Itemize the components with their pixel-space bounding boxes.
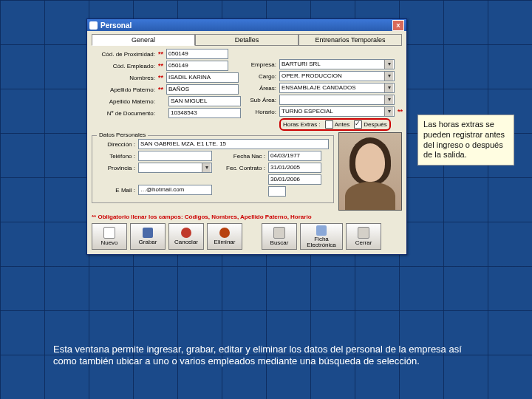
group-datos-personales: Datos Personales Dirección :SAN GABRIEL … — [92, 135, 334, 203]
lbl-cargo: Cargo: — [245, 73, 276, 80]
lbl-ape-mat: Apellido Materno: — [92, 98, 155, 105]
btn-eliminar[interactable]: Eliminar — [207, 223, 242, 250]
search-icon — [273, 227, 285, 239]
cancel-icon — [181, 228, 191, 238]
lbl-doc: Nº de Documento: — [92, 110, 155, 117]
tab-general[interactable]: General — [92, 34, 195, 46]
close-door-icon — [358, 227, 369, 239]
callout-note: Las horas extras se pueden registrar ant… — [417, 115, 514, 166]
req-mark: ** — [158, 74, 163, 81]
btn-grabar[interactable]: Grabar — [130, 223, 166, 250]
fld-fecha-cese[interactable]: 30/01/2006 — [268, 174, 321, 185]
sel-horario[interactable]: TURNO ESPECIAL — [279, 106, 395, 117]
lbl-empresa: Empresa: — [245, 61, 276, 68]
required-note: ** Obligatorio llenar los campos: Código… — [92, 214, 402, 220]
fld-cod-emp[interactable]: 050149 — [166, 61, 228, 71]
lbl-areas: Áreas: — [245, 85, 276, 92]
fld-email[interactable]: …@hotmail.com — [138, 185, 212, 195]
req-mark: ** — [158, 50, 163, 58]
fld-fecha-contrato[interactable]: 31/01/2005 — [268, 163, 321, 173]
lbl-cod-prox: Cód. de Proximidad: — [92, 51, 155, 58]
card-icon — [316, 225, 327, 236]
lbl-cod-emp: Cód. Empleado: — [92, 63, 155, 69]
chk-antes[interactable]: Antes — [325, 120, 349, 129]
req-mark: ** — [158, 86, 163, 93]
btn-cancelar[interactable]: Cancelar — [168, 223, 204, 250]
horas-extras-group: Horas Extras : Antes Después — [279, 118, 391, 131]
lbl-subarea: Sub Área: — [245, 97, 276, 103]
fld-nombres[interactable]: ISADIL KARINA — [166, 72, 239, 83]
fld-ape-pat[interactable]: BAÑOS — [166, 84, 239, 95]
sel-empresa[interactable]: BARTURI SRL — [279, 59, 395, 69]
fld-extra[interactable] — [268, 186, 286, 197]
sel-cargo[interactable]: OPER. PRODUCCION — [279, 71, 395, 81]
fld-direccion[interactable]: SAN GABRIEL MZA. E1 LTE. 15 — [138, 139, 329, 149]
fld-ape-mat[interactable]: SAN MIGUEL — [168, 96, 241, 106]
btn-nuevo[interactable]: Nuevo — [92, 223, 127, 250]
fld-fecha-nac[interactable]: 04/03/1977 — [268, 151, 321, 161]
req-mark: ** — [398, 108, 403, 115]
lbl-telefono: Teléfono : — [97, 153, 135, 160]
tab-strip: General Detalles Entrenarios Temporales — [92, 34, 402, 46]
new-icon — [103, 227, 115, 239]
lbl-fecha-nac: Fecha Nac : — [218, 153, 265, 160]
delete-icon — [219, 228, 230, 238]
group-title: Datos Personales — [97, 132, 148, 138]
btn-cerrar[interactable]: Cerrar — [346, 223, 381, 250]
close-icon[interactable]: X — [392, 20, 404, 31]
lbl-provincia: Provincia : — [97, 165, 135, 171]
lbl-nombres: Nombres: — [92, 75, 155, 81]
lbl-direccion: Dirección : — [97, 141, 135, 148]
toolbar: Nuevo Grabar Cancelar Eliminar Buscar Fi… — [92, 223, 402, 250]
fld-cod-prox[interactable]: 050149 — [166, 49, 228, 59]
fld-telefono[interactable] — [138, 151, 212, 161]
app-icon — [89, 21, 98, 30]
fld-doc[interactable]: 10348543 — [168, 108, 241, 118]
btn-buscar[interactable]: Buscar — [262, 223, 297, 250]
lbl-ape-pat: Apellido Paterno: — [92, 86, 155, 93]
titlebar[interactable]: Personal X — [87, 19, 406, 31]
tab-entrenarios[interactable]: Entrenarios Temporales — [299, 34, 402, 46]
lbl-horas-extras: Horas Extras : — [283, 121, 321, 128]
btn-ficha[interactable]: Ficha Electrónica — [300, 223, 343, 250]
lbl-email: E Mail : — [97, 187, 135, 194]
save-icon — [143, 228, 153, 238]
chk-despues[interactable]: Después — [354, 120, 387, 129]
lbl-fecha-contrato: Fec. Contrato : — [218, 165, 265, 171]
sel-provincia[interactable] — [138, 163, 212, 173]
lbl-horario: Horario: — [245, 109, 276, 115]
personal-window: Personal X General Detalles Entrenarios … — [86, 18, 407, 255]
sel-areas[interactable]: ENSAMBLAJE CANDADOS — [279, 83, 395, 93]
tab-detalles[interactable]: Detalles — [195, 34, 299, 46]
window-title: Personal — [100, 21, 132, 30]
sel-subarea[interactable] — [279, 95, 395, 105]
employee-photo — [338, 132, 402, 211]
req-mark: ** — [158, 62, 163, 69]
slide-caption: Esta ventana permite ingresar, grabar, e… — [53, 344, 471, 368]
